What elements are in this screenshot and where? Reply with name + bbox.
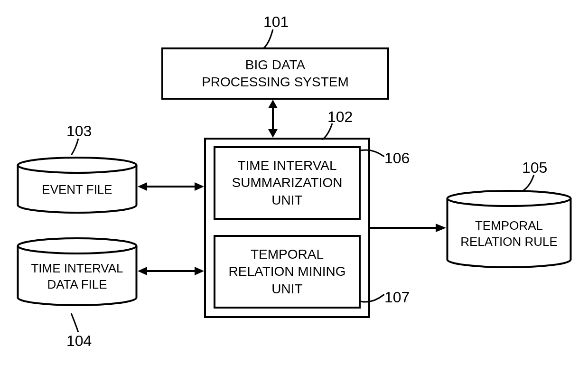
svg-point-3 — [18, 158, 137, 173]
svg-marker-13 — [436, 224, 446, 232]
arrow-container-rule — [370, 221, 446, 235]
arrow-eventfile-container — [138, 179, 204, 194]
ref-101: 101 — [263, 13, 289, 31]
leader-106 — [361, 148, 384, 160]
ref-105: 105 — [522, 159, 547, 177]
time-data-label: TIME INTERVAL DATA FILE — [31, 251, 123, 293]
svg-marker-5 — [138, 182, 147, 191]
ref-107: 107 — [384, 289, 410, 306]
ref-106: 106 — [384, 150, 410, 167]
bigdata-label: BIG DATA PROCESSING SYSTEM — [202, 56, 349, 91]
arrow-bigdata-container — [263, 100, 282, 138]
leader-101 — [259, 29, 278, 48]
time-data-cylinder: TIME INTERVAL DATA FILE — [17, 237, 138, 306]
summarization-label: TIME INTERVAL SUMMARIZATION UNIT — [232, 157, 343, 209]
svg-marker-9 — [138, 267, 147, 275]
svg-marker-6 — [195, 182, 204, 191]
ref-103: 103 — [66, 122, 92, 140]
leader-104 — [71, 313, 85, 332]
bigdata-system-box: BIG DATA PROCESSING SYSTEM — [161, 47, 389, 100]
block-diagram: 101 BIG DATA PROCESSING SYSTEM 102 TIME … — [0, 0, 588, 375]
leader-103 — [71, 139, 85, 155]
arrow-timedata-container — [138, 264, 204, 278]
svg-point-11 — [448, 191, 571, 206]
temporal-rule-label: TEMPORAL RELATION RULE — [460, 208, 558, 250]
leader-105 — [520, 175, 539, 191]
mining-unit-box: TEMPORAL RELATION MINING UNIT — [214, 235, 361, 309]
svg-marker-2 — [268, 129, 278, 138]
event-file-cylinder: EVENT FILE — [17, 157, 138, 214]
svg-marker-10 — [195, 267, 204, 275]
temporal-rule-cylinder: TEMPORAL RELATION RULE — [446, 190, 572, 268]
ref-104: 104 — [66, 332, 92, 350]
svg-marker-1 — [268, 100, 278, 108]
summarization-unit-box: TIME INTERVAL SUMMARIZATION UNIT — [214, 146, 361, 220]
leader-107 — [361, 292, 384, 304]
event-file-label: EVENT FILE — [42, 172, 112, 198]
mining-label: TEMPORAL RELATION MINING UNIT — [229, 246, 346, 298]
